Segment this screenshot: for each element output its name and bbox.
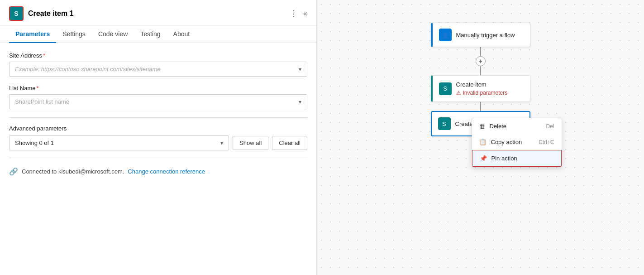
connector-1: + bbox=[476, 47, 486, 75]
context-menu-copy[interactable]: 📋 Copy action Ctrl+C bbox=[472, 134, 562, 150]
chevron-down-icon-3: ▾ bbox=[220, 140, 223, 146]
site-address-dropdown[interactable]: Example: https://contoso.sharepoint.com/… bbox=[9, 62, 307, 77]
copy-icon: 📋 bbox=[479, 139, 487, 145]
panel-header: S Create item 1 ⋮ « bbox=[0, 0, 316, 26]
trigger-node[interactable]: 👤 Manually trigger a flow bbox=[431, 23, 530, 47]
tab-about[interactable]: About bbox=[167, 26, 196, 43]
show-all-button[interactable]: Show all bbox=[233, 136, 268, 150]
line-1 bbox=[480, 47, 481, 56]
tab-testing[interactable]: Testing bbox=[134, 26, 167, 43]
connection-info: 🔗 Connected to kisubedi@microsoft.com. C… bbox=[9, 167, 307, 176]
line-2 bbox=[480, 66, 481, 75]
more-options-button[interactable]: ⋮ bbox=[290, 9, 298, 19]
create-item-icon: S bbox=[439, 82, 452, 95]
site-address-group: Site Address* Example: https://contoso.s… bbox=[9, 52, 307, 77]
context-menu: 🗑 Delete Del 📋 Copy action Ctrl+C 📌 Pin … bbox=[472, 118, 562, 167]
change-connection-reference-link[interactable]: Change connection reference bbox=[128, 168, 205, 175]
tab-settings[interactable]: Settings bbox=[56, 26, 92, 43]
collapse-button[interactable]: « bbox=[303, 10, 307, 18]
line-3 bbox=[480, 102, 481, 111]
chevron-down-icon: ▾ bbox=[299, 66, 301, 72]
connection-text: Connected to kisubedi@microsoft.com. bbox=[22, 168, 124, 175]
advanced-parameters-section: Advanced parameters Showing 0 of 1 ▾ Sho… bbox=[9, 125, 307, 150]
create-item-1-icon: S bbox=[438, 117, 451, 130]
sharepoint-icon: S bbox=[9, 6, 24, 21]
clear-all-button[interactable]: Clear all bbox=[272, 136, 307, 150]
delete-shortcut: Del bbox=[546, 123, 554, 130]
trigger-icon: 👤 bbox=[439, 29, 452, 41]
tab-parameters[interactable]: Parameters bbox=[9, 26, 56, 43]
panel-header-actions: ⋮ « bbox=[290, 9, 307, 19]
context-menu-pin[interactable]: 📌 Pin action bbox=[472, 150, 562, 167]
panel-title: Create item 1 bbox=[28, 10, 74, 18]
left-panel: S Create item 1 ⋮ « Parameters Settings … bbox=[0, 0, 317, 275]
warning-icon: ⚠ bbox=[456, 90, 461, 96]
connection-link-icon: 🔗 bbox=[9, 167, 18, 176]
advanced-dropdown-text: Showing 0 of 1 bbox=[15, 140, 54, 146]
trigger-node-label: Manually trigger a flow bbox=[456, 32, 515, 39]
panel-content: Site Address* Example: https://contoso.s… bbox=[0, 43, 316, 275]
site-address-placeholder: Example: https://contoso.sharepoint.com/… bbox=[15, 66, 161, 72]
chevron-down-icon-2: ▾ bbox=[299, 99, 301, 105]
list-name-group: List Name* SharePoint list name ▾ bbox=[9, 85, 307, 109]
canvas-area: 👤 Manually trigger a flow + S Create ite… bbox=[317, 0, 644, 275]
advanced-controls: Showing 0 of 1 ▾ Show all Clear all bbox=[9, 135, 307, 150]
divider-2 bbox=[9, 158, 307, 158]
panel-title-area: S Create item 1 bbox=[9, 6, 74, 21]
site-address-label: Site Address* bbox=[9, 52, 307, 59]
divider-1 bbox=[9, 117, 307, 118]
create-item-node-body: Create item ⚠ Invalid parameters bbox=[456, 81, 508, 96]
create-item-node-label: Create item bbox=[456, 81, 508, 88]
connector-2 bbox=[480, 102, 481, 111]
advanced-dropdown[interactable]: Showing 0 of 1 ▾ bbox=[9, 135, 229, 150]
context-menu-delete[interactable]: 🗑 Delete Del bbox=[472, 118, 562, 134]
tab-codeview[interactable]: Code view bbox=[92, 26, 134, 43]
right-panel: 👤 Manually trigger a flow + S Create ite… bbox=[317, 0, 644, 275]
delete-icon: 🗑 bbox=[479, 123, 485, 130]
tabs-bar: Parameters Settings Code view Testing Ab… bbox=[0, 26, 316, 43]
list-name-dropdown[interactable]: SharePoint list name ▾ bbox=[9, 94, 307, 109]
advanced-parameters-label: Advanced parameters bbox=[9, 125, 307, 132]
list-name-label: List Name* bbox=[9, 85, 307, 92]
copy-shortcut: Ctrl+C bbox=[539, 139, 554, 145]
list-name-placeholder: SharePoint list name bbox=[15, 98, 69, 105]
add-step-button-1[interactable]: + bbox=[476, 56, 486, 66]
pin-icon: 📌 bbox=[480, 155, 487, 162]
create-item-node[interactable]: S Create item ⚠ Invalid parameters bbox=[431, 75, 530, 102]
node-error: ⚠ Invalid parameters bbox=[456, 90, 508, 96]
trigger-node-body: Manually trigger a flow bbox=[456, 32, 515, 39]
